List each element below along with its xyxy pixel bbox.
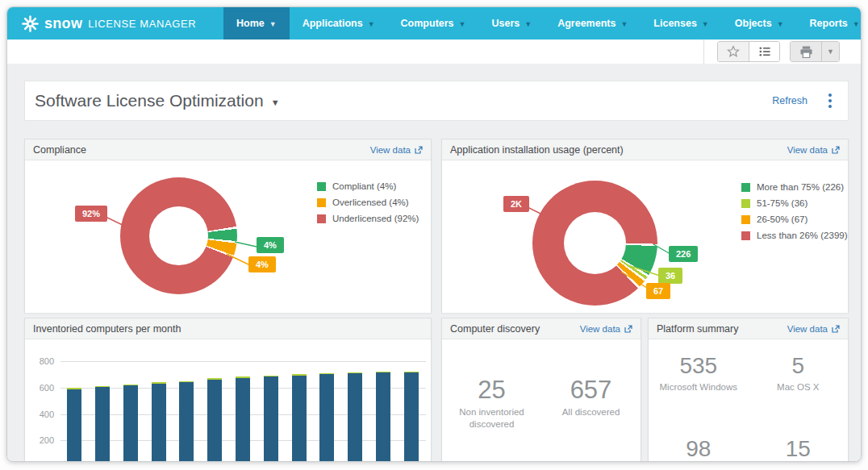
view-data-link[interactable]: View data [580,324,632,334]
legend-swatch [317,214,326,223]
bar[interactable] [236,376,250,462]
bar[interactable] [319,373,334,462]
chart-legend: Compliant (4%)Overlicensed (4%)Underlice… [317,181,419,230]
chevron-down-icon: ▼ [702,20,709,28]
chevron-down-icon: ▼ [777,20,784,28]
legend-swatch [741,199,750,208]
nav-item-users[interactable]: Users▼ [479,7,545,40]
stat-value: 98 [649,437,749,462]
legend-label: 51-75% (36) [757,198,807,208]
bar[interactable] [207,378,222,462]
legend-item: Overlicensed (4%) [317,198,419,207]
compliance-donut-chart[interactable] [120,177,237,294]
data-label: 4% [248,256,276,272]
dashboard-selector[interactable]: Software License Optimization ▼ [35,91,280,110]
gridline [61,361,426,362]
bar-cap [179,381,194,382]
stat-item: 657All discovered [541,376,641,430]
stat-value: 25 [442,376,541,404]
platform-panel-header: Platform summary View data [649,318,848,339]
bar-cap [264,376,278,376]
discovery-panel-header: Computer discovery View data [442,318,641,339]
bar[interactable] [95,386,110,462]
bar[interactable] [123,385,138,462]
bar-cap [236,376,250,378]
external-link-icon [624,325,632,333]
bar[interactable] [376,372,390,462]
stat-value: 5 [749,354,849,379]
favorite-button[interactable] [718,42,749,61]
legend-item: More than 75% (226) [741,182,848,192]
bar[interactable] [348,372,362,462]
data-label: 2K [503,196,529,212]
legend-label: Less than 26% (2399) [757,231,848,240]
legend-item: Less than 26% (2399) [741,231,848,240]
chevron-down-icon: ▼ [620,20,628,28]
data-label: 67 [646,283,670,299]
compliance-panel-header: Compliance View data [25,139,431,160]
stats-row: 25Non inventoried discovered657All disco… [442,339,641,430]
legend-swatch [741,215,750,224]
bar-cap [292,374,307,376]
chevron-down-icon: ▼ [853,20,860,28]
stat-item: 5Mac OS X [749,354,849,393]
app-usage-donut-chart[interactable] [532,181,657,306]
nav-item-computers[interactable]: Computers▼ [388,7,479,40]
stat-value: 15 [749,437,849,462]
nav-item-licenses[interactable]: Licenses▼ [641,7,721,40]
bar[interactable] [67,388,81,462]
stat-value: 535 [649,354,749,379]
nav-item-agreements[interactable]: Agreements▼ [545,7,641,40]
legend-item: 51-75% (36) [741,198,848,208]
panel-title: Platform summary [657,323,738,335]
toolbar: ▼ [7,40,861,64]
legend-swatch [317,182,326,191]
view-data-link[interactable]: View data [787,324,840,334]
brand-name: snow [44,15,82,32]
bar-plot[interactable]: 200400600800 [61,347,426,462]
legend-label: Overlicensed (4%) [332,198,409,207]
refresh-button[interactable]: Refresh [772,95,807,106]
list-view-button[interactable] [749,42,779,61]
charts-row-2: Inventoried computers per month 20040060… [24,318,849,462]
nav-item-applications[interactable]: Applications▼ [290,7,388,40]
list-icon [758,45,771,58]
stat-item: 98Linux [649,437,749,462]
view-data-link[interactable]: View data [787,145,840,155]
inventoried-panel-header: Inventoried computers per month [25,318,431,339]
data-label: 36 [658,268,682,284]
brand-suffix: LICENSE MANAGER [88,18,196,30]
legend-item: Compliant (4%) [317,181,419,191]
nav-item-home[interactable]: Home▼ [223,7,290,40]
view-data-link[interactable]: View data [370,145,423,155]
view-toggle-group [717,41,780,62]
charts-row-1: Compliance View data 92% [24,139,849,313]
y-axis-tick-label: 800 [28,356,54,366]
dashboard-content: Software License Optimization ▼ Refresh … [7,64,861,462]
data-label: 4% [257,237,284,253]
print-button-group: ▼ [790,41,840,62]
external-link-icon [832,325,840,333]
bar[interactable] [404,372,419,462]
y-axis-tick-label: 200 [28,435,54,445]
kebab-menu-button[interactable] [825,92,835,110]
nav-menu: Home▼Applications▼Computers▼Users▼Agreem… [223,7,862,40]
compliance-panel: Compliance View data 92% [24,139,432,313]
data-label: 226 [669,246,698,262]
nav-item-objects[interactable]: Objects▼ [722,7,797,40]
print-options-button[interactable]: ▼ [821,42,839,61]
legend-label: Underlicensed (92%) [332,214,419,223]
bar[interactable] [292,374,307,462]
bar[interactable] [264,376,278,462]
app-usage-panel: Application installation usage (percent)… [441,139,849,313]
bar[interactable] [179,381,194,462]
legend-item: 26-50% (67) [741,214,848,224]
print-button[interactable] [791,42,821,61]
nav-item-reports[interactable]: Reports▼ [797,7,862,40]
panel-title: Application installation usage (percent) [450,144,624,156]
brand-logo[interactable]: snow LICENSE MANAGER [7,7,223,40]
bar[interactable] [152,382,166,462]
computer-discovery-panel: Computer discovery View data 25Non inven… [441,318,641,462]
legend-label: Compliant (4%) [332,181,396,191]
app-usage-panel-header: Application installation usage (percent)… [442,139,848,160]
